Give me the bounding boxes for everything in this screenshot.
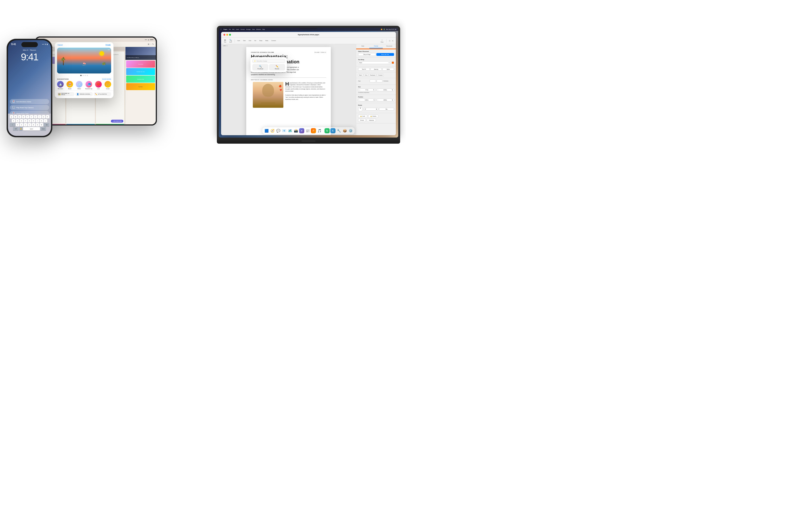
rewrite-button[interactable]: ✏️ Rewrite bbox=[269, 64, 285, 70]
key-w[interactable]: W bbox=[14, 115, 17, 119]
height-stepper[interactable]: ⇅ bbox=[392, 89, 393, 91]
toolbar-table-btn[interactable]: Table bbox=[242, 40, 247, 42]
key-d[interactable]: D bbox=[20, 119, 23, 122]
key-a[interactable]: A bbox=[12, 119, 15, 122]
align-btn[interactable]: ⬜ bbox=[369, 79, 383, 82]
thumb-3[interactable]: Storyboard clips bbox=[126, 75, 155, 82]
key-l[interactable]: L bbox=[44, 119, 47, 122]
dock-intelligence[interactable]: ✦ bbox=[299, 128, 304, 133]
key-h[interactable]: H bbox=[32, 119, 35, 122]
menubar-file[interactable]: File bbox=[229, 29, 231, 30]
menubar-view[interactable]: View bbox=[252, 29, 255, 30]
key-space[interactable]: space bbox=[23, 127, 40, 130]
key-s[interactable]: S bbox=[16, 119, 19, 122]
key-q[interactable]: Q bbox=[10, 115, 13, 119]
toolbar-text-btn[interactable]: Text bbox=[253, 40, 257, 42]
dock-photos[interactable]: 📸 bbox=[293, 128, 298, 133]
menubar-arrange[interactable]: Arrange bbox=[246, 29, 251, 30]
y-stepper[interactable]: ⇅ bbox=[392, 99, 393, 101]
dock-numbers[interactable]: N bbox=[324, 128, 329, 133]
dock-music[interactable]: 🎵 bbox=[317, 128, 322, 133]
key-m[interactable]: M bbox=[40, 123, 43, 126]
dock-safari[interactable]: 🧭 bbox=[270, 128, 275, 133]
key-e[interactable]: E bbox=[18, 115, 21, 119]
text-fit-btn[interactable]: Text Fit bbox=[358, 68, 370, 71]
dock-finder[interactable]: 🟦 bbox=[264, 128, 269, 133]
alpha-btn[interactable]: Alpha bbox=[382, 68, 394, 71]
dock-messages[interactable]: 💬 bbox=[275, 128, 281, 133]
menubar-edit[interactable]: Edit bbox=[232, 29, 234, 30]
key-t[interactable]: T bbox=[26, 115, 30, 119]
backward-btn[interactable]: Backward bbox=[369, 74, 376, 76]
toolbar-comment-btn[interactable]: Comment bbox=[270, 40, 277, 42]
angle-stepper[interactable]: ⇅ bbox=[376, 108, 377, 110]
dock-pages[interactable]: P bbox=[311, 128, 316, 133]
dialog-cancel-button[interactable]: Cancel bbox=[58, 44, 63, 46]
panel-tab-format[interactable]: Format bbox=[369, 44, 383, 48]
lock-button[interactable]: 🔒 Lock bbox=[358, 115, 367, 118]
toolbar-media-btn[interactable]: Media bbox=[264, 40, 269, 42]
dock-system-prefs[interactable]: ⚙️ bbox=[348, 128, 353, 133]
dot-2[interactable] bbox=[83, 75, 84, 76]
toolbar-view-btn[interactable]: ⊞ View bbox=[223, 39, 227, 43]
ipad-tool-2[interactable]: ↑ bbox=[150, 43, 151, 45]
spacing-btn[interactable]: Spacing bbox=[370, 68, 382, 71]
window-minimize-button[interactable] bbox=[226, 34, 228, 36]
menubar-window[interactable]: Window bbox=[256, 29, 261, 30]
key-v[interactable]: V bbox=[28, 123, 31, 126]
dock-keynote[interactable]: K bbox=[331, 128, 336, 133]
key-return[interactable]: return bbox=[40, 127, 46, 130]
key-y[interactable]: Y bbox=[30, 115, 33, 119]
rotate-wheel[interactable] bbox=[358, 107, 363, 111]
panel-tab-document[interactable]: Document bbox=[383, 44, 396, 48]
key-j[interactable]: J bbox=[36, 119, 39, 122]
key-i[interactable]: I bbox=[38, 115, 41, 119]
suggestion-crown[interactable]: 👑 Crown bbox=[105, 81, 111, 90]
toolbar-insert-btn[interactable]: Insert bbox=[236, 40, 241, 42]
thumb-4[interactable]: Use filters bbox=[126, 83, 155, 90]
dock-appstore[interactable]: 📦 bbox=[342, 128, 347, 133]
thumb-2[interactable]: Soft light cafe salon bbox=[126, 68, 155, 75]
x-stepper[interactable]: ⇅ bbox=[373, 99, 374, 101]
menubar-pages[interactable]: Pages bbox=[223, 29, 227, 30]
suggestion-beach[interactable]: 🏖️ Beach bbox=[66, 81, 73, 90]
ai-describe-input[interactable]: ✨ Describe change bbox=[252, 59, 285, 63]
suggestion-winter[interactable]: ❄️ Winter bbox=[76, 81, 83, 90]
key-emoji[interactable]: 😊 bbox=[19, 127, 22, 130]
stay-on-page-btn[interactable]: Stay on Page bbox=[358, 53, 376, 56]
key-shift[interactable]: ⇧ bbox=[10, 123, 15, 126]
key-r[interactable]: R bbox=[22, 115, 26, 119]
style-icon-1[interactable]: A bbox=[388, 40, 391, 42]
forward-btn[interactable]: Forward bbox=[377, 74, 384, 76]
key-123[interactable]: 123 bbox=[13, 127, 18, 130]
key-c[interactable]: C bbox=[24, 123, 27, 126]
unlock-button[interactable]: 🔓 Unlock bbox=[368, 115, 378, 118]
panel-tab-style[interactable]: Style bbox=[356, 44, 369, 48]
ungroup-button[interactable]: Ungroup bbox=[367, 119, 376, 122]
toolbar-shape-btn[interactable]: Shape bbox=[258, 40, 263, 42]
dock-maps[interactable]: 🗺️ bbox=[287, 128, 293, 133]
key-g[interactable]: G bbox=[28, 119, 31, 122]
front-btn[interactable]: Front bbox=[363, 74, 369, 76]
toolbar-zoom-btn[interactable]: 🔍 Zoom bbox=[229, 39, 233, 43]
key-delete[interactable]: ⌫ bbox=[44, 123, 49, 126]
person-option[interactable]: 👤 PERSON CHOOSE... bbox=[75, 92, 93, 96]
suggestion-baseball[interactable]: 🧢 Baseball Cap bbox=[85, 81, 92, 90]
thumb-1[interactable]: Visual Style bbox=[126, 61, 155, 68]
ipad-tool-3[interactable]: ✎ bbox=[152, 43, 154, 45]
move-with-text-btn[interactable]: Move with Text bbox=[376, 53, 394, 56]
group-button[interactable]: Group bbox=[358, 119, 366, 122]
dot-4[interactable] bbox=[87, 75, 88, 76]
proofread-button[interactable]: 🔍 Proofread bbox=[252, 64, 268, 70]
key-p[interactable]: P bbox=[46, 115, 49, 119]
key-n[interactable]: N bbox=[36, 123, 39, 126]
width-stepper[interactable]: ⇅ bbox=[373, 89, 374, 91]
style-option[interactable]: ✏️ STYLE SKETCH bbox=[94, 92, 111, 96]
ipad-tool-1[interactable]: ⊞ bbox=[148, 43, 149, 45]
x-input[interactable]: X 0.22 in ⇅ bbox=[358, 99, 376, 101]
toolbar-share-btn[interactable]: ↑ Share bbox=[380, 39, 385, 43]
height-input[interactable]: H 2.33 in ⇅ bbox=[376, 89, 394, 91]
dock-news[interactable]: 📰 bbox=[305, 128, 310, 133]
key-o[interactable]: O bbox=[42, 115, 45, 119]
menubar-help[interactable]: Help bbox=[262, 29, 265, 30]
